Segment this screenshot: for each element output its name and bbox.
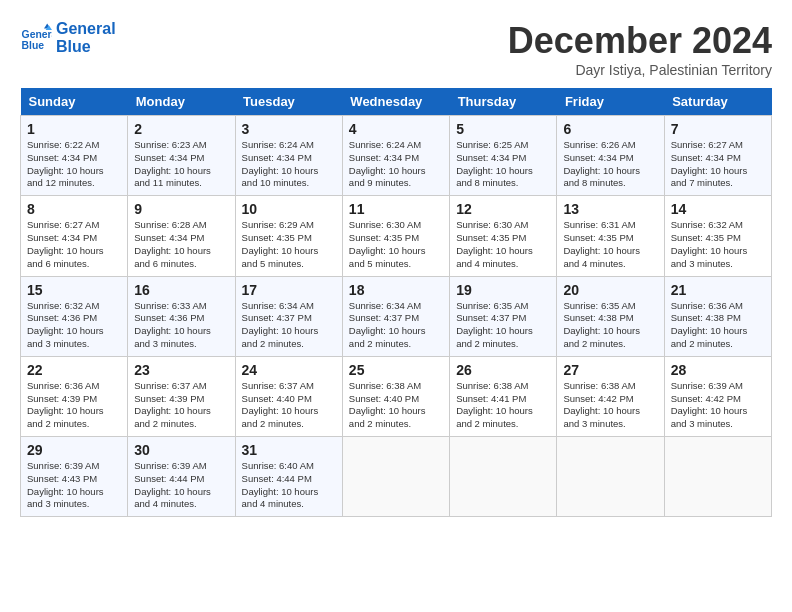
month-title: December 2024	[508, 20, 772, 62]
logo-text: GeneralBlue	[56, 20, 116, 56]
calendar-cell: 6Sunrise: 6:26 AMSunset: 4:34 PMDaylight…	[557, 116, 664, 196]
calendar-cell: 17Sunrise: 6:34 AMSunset: 4:37 PMDayligh…	[235, 276, 342, 356]
day-number: 8	[27, 201, 121, 217]
calendar-cell	[450, 437, 557, 517]
svg-text:General: General	[22, 29, 52, 40]
calendar-cell: 21Sunrise: 6:36 AMSunset: 4:38 PMDayligh…	[664, 276, 771, 356]
day-info: Sunrise: 6:35 AMSunset: 4:37 PMDaylight:…	[456, 300, 550, 351]
day-number: 11	[349, 201, 443, 217]
day-number: 7	[671, 121, 765, 137]
day-number: 6	[563, 121, 657, 137]
day-info: Sunrise: 6:24 AMSunset: 4:34 PMDaylight:…	[349, 139, 443, 190]
col-header-friday: Friday	[557, 88, 664, 116]
day-number: 29	[27, 442, 121, 458]
day-number: 23	[134, 362, 228, 378]
day-number: 22	[27, 362, 121, 378]
calendar-cell: 19Sunrise: 6:35 AMSunset: 4:37 PMDayligh…	[450, 276, 557, 356]
day-info: Sunrise: 6:38 AMSunset: 4:41 PMDaylight:…	[456, 380, 550, 431]
calendar-cell: 31Sunrise: 6:40 AMSunset: 4:44 PMDayligh…	[235, 437, 342, 517]
col-header-saturday: Saturday	[664, 88, 771, 116]
day-number: 2	[134, 121, 228, 137]
day-number: 25	[349, 362, 443, 378]
calendar-cell: 18Sunrise: 6:34 AMSunset: 4:37 PMDayligh…	[342, 276, 449, 356]
day-info: Sunrise: 6:32 AMSunset: 4:35 PMDaylight:…	[671, 219, 765, 270]
calendar-cell: 3Sunrise: 6:24 AMSunset: 4:34 PMDaylight…	[235, 116, 342, 196]
calendar-cell: 26Sunrise: 6:38 AMSunset: 4:41 PMDayligh…	[450, 356, 557, 436]
day-number: 26	[456, 362, 550, 378]
day-info: Sunrise: 6:30 AMSunset: 4:35 PMDaylight:…	[349, 219, 443, 270]
calendar-cell: 1Sunrise: 6:22 AMSunset: 4:34 PMDaylight…	[21, 116, 128, 196]
day-info: Sunrise: 6:38 AMSunset: 4:42 PMDaylight:…	[563, 380, 657, 431]
week-row-1: 1Sunrise: 6:22 AMSunset: 4:34 PMDaylight…	[21, 116, 772, 196]
day-info: Sunrise: 6:24 AMSunset: 4:34 PMDaylight:…	[242, 139, 336, 190]
calendar-cell	[557, 437, 664, 517]
col-header-thursday: Thursday	[450, 88, 557, 116]
day-info: Sunrise: 6:28 AMSunset: 4:34 PMDaylight:…	[134, 219, 228, 270]
day-info: Sunrise: 6:36 AMSunset: 4:39 PMDaylight:…	[27, 380, 121, 431]
col-header-tuesday: Tuesday	[235, 88, 342, 116]
calendar-cell: 23Sunrise: 6:37 AMSunset: 4:39 PMDayligh…	[128, 356, 235, 436]
col-header-sunday: Sunday	[21, 88, 128, 116]
day-number: 13	[563, 201, 657, 217]
day-number: 4	[349, 121, 443, 137]
calendar-cell: 20Sunrise: 6:35 AMSunset: 4:38 PMDayligh…	[557, 276, 664, 356]
day-number: 27	[563, 362, 657, 378]
calendar-table: SundayMondayTuesdayWednesdayThursdayFrid…	[20, 88, 772, 517]
calendar-cell: 30Sunrise: 6:39 AMSunset: 4:44 PMDayligh…	[128, 437, 235, 517]
day-info: Sunrise: 6:33 AMSunset: 4:36 PMDaylight:…	[134, 300, 228, 351]
day-number: 20	[563, 282, 657, 298]
calendar-cell: 8Sunrise: 6:27 AMSunset: 4:34 PMDaylight…	[21, 196, 128, 276]
calendar-cell: 28Sunrise: 6:39 AMSunset: 4:42 PMDayligh…	[664, 356, 771, 436]
svg-text:Blue: Blue	[22, 40, 45, 51]
calendar-cell: 4Sunrise: 6:24 AMSunset: 4:34 PMDaylight…	[342, 116, 449, 196]
day-number: 21	[671, 282, 765, 298]
day-info: Sunrise: 6:39 AMSunset: 4:42 PMDaylight:…	[671, 380, 765, 431]
title-block: December 2024 Dayr Istiya, Palestinian T…	[508, 20, 772, 78]
day-info: Sunrise: 6:22 AMSunset: 4:34 PMDaylight:…	[27, 139, 121, 190]
day-info: Sunrise: 6:23 AMSunset: 4:34 PMDaylight:…	[134, 139, 228, 190]
day-info: Sunrise: 6:32 AMSunset: 4:36 PMDaylight:…	[27, 300, 121, 351]
day-number: 19	[456, 282, 550, 298]
day-info: Sunrise: 6:34 AMSunset: 4:37 PMDaylight:…	[242, 300, 336, 351]
week-row-3: 15Sunrise: 6:32 AMSunset: 4:36 PMDayligh…	[21, 276, 772, 356]
day-number: 5	[456, 121, 550, 137]
calendar-cell: 22Sunrise: 6:36 AMSunset: 4:39 PMDayligh…	[21, 356, 128, 436]
calendar-cell: 5Sunrise: 6:25 AMSunset: 4:34 PMDaylight…	[450, 116, 557, 196]
day-number: 30	[134, 442, 228, 458]
calendar-cell: 24Sunrise: 6:37 AMSunset: 4:40 PMDayligh…	[235, 356, 342, 436]
day-number: 10	[242, 201, 336, 217]
day-number: 16	[134, 282, 228, 298]
day-number: 12	[456, 201, 550, 217]
day-number: 9	[134, 201, 228, 217]
day-info: Sunrise: 6:34 AMSunset: 4:37 PMDaylight:…	[349, 300, 443, 351]
calendar-cell: 14Sunrise: 6:32 AMSunset: 4:35 PMDayligh…	[664, 196, 771, 276]
day-info: Sunrise: 6:37 AMSunset: 4:39 PMDaylight:…	[134, 380, 228, 431]
day-number: 3	[242, 121, 336, 137]
week-row-5: 29Sunrise: 6:39 AMSunset: 4:43 PMDayligh…	[21, 437, 772, 517]
logo-icon: General Blue	[20, 22, 52, 54]
day-number: 17	[242, 282, 336, 298]
calendar-cell: 11Sunrise: 6:30 AMSunset: 4:35 PMDayligh…	[342, 196, 449, 276]
day-info: Sunrise: 6:29 AMSunset: 4:35 PMDaylight:…	[242, 219, 336, 270]
calendar-cell: 7Sunrise: 6:27 AMSunset: 4:34 PMDaylight…	[664, 116, 771, 196]
day-number: 15	[27, 282, 121, 298]
day-info: Sunrise: 6:27 AMSunset: 4:34 PMDaylight:…	[671, 139, 765, 190]
day-info: Sunrise: 6:38 AMSunset: 4:40 PMDaylight:…	[349, 380, 443, 431]
calendar-cell: 15Sunrise: 6:32 AMSunset: 4:36 PMDayligh…	[21, 276, 128, 356]
calendar-cell	[342, 437, 449, 517]
day-info: Sunrise: 6:39 AMSunset: 4:43 PMDaylight:…	[27, 460, 121, 511]
day-info: Sunrise: 6:25 AMSunset: 4:34 PMDaylight:…	[456, 139, 550, 190]
day-info: Sunrise: 6:39 AMSunset: 4:44 PMDaylight:…	[134, 460, 228, 511]
week-row-4: 22Sunrise: 6:36 AMSunset: 4:39 PMDayligh…	[21, 356, 772, 436]
day-info: Sunrise: 6:40 AMSunset: 4:44 PMDaylight:…	[242, 460, 336, 511]
day-info: Sunrise: 6:35 AMSunset: 4:38 PMDaylight:…	[563, 300, 657, 351]
day-info: Sunrise: 6:37 AMSunset: 4:40 PMDaylight:…	[242, 380, 336, 431]
col-header-wednesday: Wednesday	[342, 88, 449, 116]
calendar-cell: 25Sunrise: 6:38 AMSunset: 4:40 PMDayligh…	[342, 356, 449, 436]
day-info: Sunrise: 6:30 AMSunset: 4:35 PMDaylight:…	[456, 219, 550, 270]
logo: General Blue GeneralBlue	[20, 20, 116, 56]
calendar-cell: 2Sunrise: 6:23 AMSunset: 4:34 PMDaylight…	[128, 116, 235, 196]
calendar-cell: 9Sunrise: 6:28 AMSunset: 4:34 PMDaylight…	[128, 196, 235, 276]
calendar-cell: 16Sunrise: 6:33 AMSunset: 4:36 PMDayligh…	[128, 276, 235, 356]
calendar-cell: 29Sunrise: 6:39 AMSunset: 4:43 PMDayligh…	[21, 437, 128, 517]
